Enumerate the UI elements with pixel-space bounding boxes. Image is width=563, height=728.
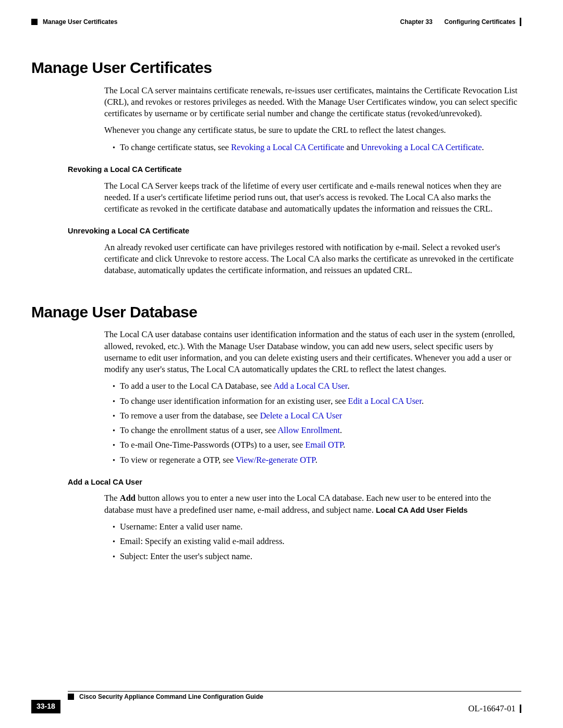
- page: Manage User Certificates Chapter 33 Conf…: [0, 0, 563, 728]
- list-item: To change the enrollment status of a use…: [119, 425, 521, 436]
- text: .: [347, 381, 349, 391]
- text: and: [344, 142, 361, 152]
- text: .: [422, 396, 424, 406]
- list-item: To view or regenerate a OTP, see View/Re…: [119, 454, 521, 466]
- subheading-add-user: Add a Local CA User: [68, 477, 521, 488]
- text: .: [340, 425, 342, 435]
- link-delete-user[interactable]: Delete a Local CA User: [260, 411, 342, 421]
- doc-id: OL-16647-01: [468, 703, 516, 714]
- text-bold: Add: [120, 493, 136, 503]
- subheading-unrevoking: Unrevoking a Local CA Certificate: [68, 226, 521, 237]
- list-item: To change user identification informatio…: [119, 396, 521, 407]
- link-add-user[interactable]: Add a Local CA User: [273, 381, 347, 391]
- page-number-tab: 33-18: [31, 700, 60, 713]
- header-right: Chapter 33 Configuring Certificates: [400, 18, 521, 26]
- body-block: The Local CA user database contains user…: [104, 329, 521, 466]
- header-left: Manage User Certificates: [31, 18, 117, 26]
- text: The: [104, 493, 120, 503]
- list-item: Subject: Enter the user's subject name.: [119, 551, 521, 562]
- chapter-title: Configuring Certificates: [444, 18, 516, 26]
- fields-label: Local CA Add User Fields: [376, 506, 468, 514]
- list-item: Email: Specify an existing valid e-mail …: [119, 536, 521, 547]
- footer-bar-icon: [520, 705, 521, 713]
- chapter-label: Chapter 33: [400, 18, 433, 26]
- bullet-list: To change certificate status, see Revoki…: [104, 142, 521, 153]
- paragraph: An already revoked user certificate can …: [104, 242, 521, 277]
- paragraph: The Add button allows you to enter a new…: [104, 492, 521, 516]
- subheading-revoking: Revoking a Local CA Certificate: [68, 165, 521, 175]
- text: To view or regenerate a OTP, see: [120, 455, 236, 465]
- list-item: To change certificate status, see Revoki…: [119, 142, 521, 153]
- text: To change the enrollment status of a use…: [120, 425, 277, 435]
- bullet-list: To add a user to the Local CA Database, …: [104, 380, 521, 466]
- link-allow-enrollment[interactable]: Allow Enrollment: [277, 425, 340, 435]
- paragraph: The Local CA user database contains user…: [104, 329, 521, 375]
- link-edit-user[interactable]: Edit a Local CA User: [348, 396, 422, 406]
- list-item: To remove a user from the database, see …: [119, 410, 521, 422]
- body-block: The Local CA server maintains certificat…: [104, 85, 521, 153]
- paragraph: The Local CA Server keeps track of the l…: [104, 180, 521, 215]
- body-block: The Local CA Server keeps track of the l…: [104, 180, 521, 215]
- list-item: To e-mail One-Time-Passwords (OTPs) to a…: [119, 439, 521, 451]
- header-bar-icon: [520, 18, 521, 26]
- body-block: The Add button allows you to enter a new…: [104, 492, 521, 562]
- section-heading-manage-user-certificates: Manage User Certificates: [31, 57, 521, 79]
- section-heading-manage-user-database: Manage User Database: [31, 302, 521, 323]
- paragraph: Whenever you change any certificate stat…: [104, 125, 521, 136]
- text: To add a user to the Local CA Database, …: [120, 381, 273, 391]
- bullet-list: Username: Enter a valid user name. Email…: [104, 521, 521, 562]
- page-header: Manage User Certificates Chapter 33 Conf…: [31, 18, 521, 26]
- text: To change user identification informatio…: [120, 396, 348, 406]
- text: .: [343, 440, 345, 450]
- header-marker-icon: [31, 19, 38, 25]
- link-revoking[interactable]: Revoking a Local CA Certificate: [231, 142, 344, 152]
- paragraph: The Local CA server maintains certificat…: [104, 85, 521, 120]
- guide-title: Cisco Security Appliance Command Line Co…: [79, 692, 263, 701]
- text: To change certificate status, see: [120, 142, 231, 152]
- body-block: An already revoked user certificate can …: [104, 242, 521, 277]
- text: .: [482, 142, 484, 152]
- footer-right: OL-16647-01: [468, 700, 521, 714]
- list-item: To add a user to the Local CA Database, …: [119, 380, 521, 392]
- footer-left: Cisco Security Appliance Command Line Co…: [68, 692, 263, 701]
- link-view-regenerate-otp[interactable]: View/Re-generate OTP: [236, 455, 315, 465]
- text: .: [315, 455, 317, 465]
- link-unrevoking[interactable]: Unrevoking a Local CA Certificate: [361, 142, 482, 152]
- list-item: Username: Enter a valid user name.: [119, 521, 521, 533]
- breadcrumb: Manage User Certificates: [43, 18, 117, 26]
- link-email-otp[interactable]: Email OTP: [305, 440, 343, 450]
- page-footer: Cisco Security Appliance Command Line Co…: [31, 691, 521, 714]
- text: To remove a user from the database, see: [120, 411, 260, 421]
- footer-marker-icon: [68, 694, 74, 700]
- text: To e-mail One-Time-Passwords (OTPs) to a…: [120, 440, 305, 450]
